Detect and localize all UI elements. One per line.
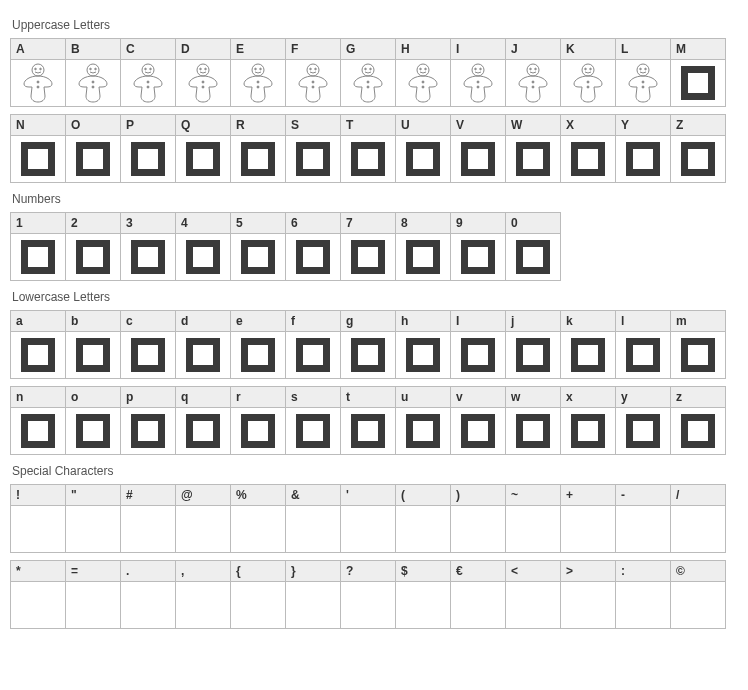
character-label: c [121,311,175,332]
character-cell[interactable]: F [285,38,341,107]
character-cell[interactable]: g [340,310,396,379]
character-cell[interactable]: 4 [175,212,231,281]
character-cell[interactable]: ~ [505,484,561,553]
character-cell[interactable]: d [175,310,231,379]
character-cell[interactable]: M [670,38,726,107]
character-cell[interactable]: } [285,560,341,629]
character-cell[interactable]: # [120,484,176,553]
character-cell[interactable]: " [65,484,121,553]
character-cell[interactable]: l [615,310,671,379]
character-cell[interactable]: A [10,38,66,107]
character-label: # [121,485,175,506]
character-cell[interactable]: Z [670,114,726,183]
character-cell[interactable]: P [120,114,176,183]
character-cell[interactable]: + [560,484,616,553]
svg-point-35 [417,64,429,76]
character-cell[interactable]: T [340,114,396,183]
character-cell[interactable]: © [670,560,726,629]
character-cell[interactable]: € [450,560,506,629]
character-cell[interactable]: o [65,386,121,455]
missing-glyph-icon [241,414,275,448]
character-cell[interactable]: c [120,310,176,379]
character-cell[interactable]: y [615,386,671,455]
character-glyph [506,582,560,628]
character-cell[interactable]: 6 [285,212,341,281]
character-cell[interactable]: C [120,38,176,107]
character-cell[interactable]: 7 [340,212,396,281]
character-cell[interactable]: v [450,386,506,455]
character-glyph [396,332,450,378]
character-cell[interactable]: W [505,114,561,183]
character-cell[interactable]: E [230,38,286,107]
character-cell[interactable]: k [560,310,616,379]
character-cell[interactable]: = [65,560,121,629]
character-cell[interactable]: 3 [120,212,176,281]
character-cell[interactable]: b [65,310,121,379]
character-cell[interactable]: : [615,560,671,629]
character-cell[interactable]: < [505,560,561,629]
character-cell[interactable]: Q [175,114,231,183]
character-cell[interactable]: V [450,114,506,183]
character-cell[interactable]: K [560,38,616,107]
character-cell[interactable]: 2 [65,212,121,281]
svg-point-15 [197,64,209,76]
character-cell[interactable]: ) [450,484,506,553]
character-cell[interactable]: j [505,310,561,379]
character-cell[interactable]: G [340,38,396,107]
character-cell[interactable]: ? [340,560,396,629]
character-cell[interactable]: S [285,114,341,183]
character-cell[interactable]: > [560,560,616,629]
character-cell[interactable]: . [120,560,176,629]
character-label: < [506,561,560,582]
character-cell[interactable]: 9 [450,212,506,281]
character-cell[interactable]: 0 [505,212,561,281]
character-cell[interactable]: R [230,114,286,183]
character-cell[interactable]: , [175,560,231,629]
character-cell[interactable]: 8 [395,212,451,281]
character-cell[interactable]: @ [175,484,231,553]
character-cell[interactable]: n [10,386,66,455]
character-cell[interactable]: w [505,386,561,455]
character-cell[interactable]: a [10,310,66,379]
missing-glyph-icon [241,240,275,274]
character-cell[interactable]: q [175,386,231,455]
character-cell[interactable]: L [615,38,671,107]
character-cell[interactable]: ! [10,484,66,553]
character-cell[interactable]: m [670,310,726,379]
character-cell[interactable]: Y [615,114,671,183]
character-cell[interactable]: p [120,386,176,455]
character-cell[interactable]: z [670,386,726,455]
character-cell[interactable]: t [340,386,396,455]
character-cell[interactable]: { [230,560,286,629]
character-cell[interactable]: N [10,114,66,183]
character-cell[interactable]: U [395,114,451,183]
character-cell[interactable]: 5 [230,212,286,281]
character-cell[interactable]: O [65,114,121,183]
character-cell[interactable]: e [230,310,286,379]
character-glyph [561,506,615,552]
character-cell[interactable]: u [395,386,451,455]
character-cell[interactable]: I [450,38,506,107]
character-cell[interactable]: ' [340,484,396,553]
character-cell[interactable]: ( [395,484,451,553]
character-cell[interactable]: r [230,386,286,455]
character-label: 2 [66,213,120,234]
character-cell[interactable]: J [505,38,561,107]
character-cell[interactable]: f [285,310,341,379]
character-cell[interactable]: * [10,560,66,629]
character-cell[interactable]: s [285,386,341,455]
character-label: a [11,311,65,332]
character-cell[interactable]: & [285,484,341,553]
character-cell[interactable]: / [670,484,726,553]
character-cell[interactable]: 1 [10,212,66,281]
character-cell[interactable]: h [395,310,451,379]
character-cell[interactable]: $ [395,560,451,629]
character-cell[interactable]: x [560,386,616,455]
character-cell[interactable]: - [615,484,671,553]
character-cell[interactable]: B [65,38,121,107]
character-cell[interactable]: I [450,310,506,379]
character-cell[interactable]: D [175,38,231,107]
character-cell[interactable]: % [230,484,286,553]
character-cell[interactable]: X [560,114,616,183]
character-cell[interactable]: H [395,38,451,107]
